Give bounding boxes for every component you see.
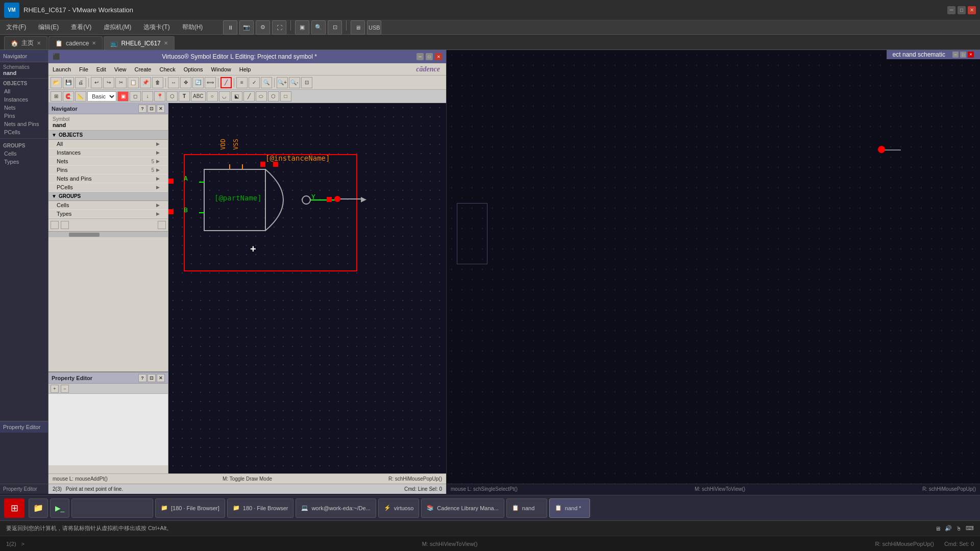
nav-hscrollbar[interactable] (48, 231, 168, 237)
nav-expand-all-btn[interactable]: ⊡ (158, 221, 166, 229)
toolbar-line-btn[interactable]: ╱ (243, 91, 255, 102)
virt-menu-help[interactable]: Help (237, 65, 253, 73)
delete-btn[interactable]: 🗑 (152, 77, 163, 88)
toolbar-arc-btn[interactable]: ◡ (219, 91, 230, 102)
virt-menu-edit[interactable]: Edit (94, 65, 108, 73)
tab-home[interactable]: 🏠 主页 ✕ (4, 36, 47, 49)
close-button[interactable]: ✕ (968, 6, 976, 14)
schematic-canvas[interactable] (447, 50, 980, 494)
nav-groups-section[interactable]: ▼ GROUPS (48, 192, 168, 201)
nav-item-nets-and-pins[interactable]: Nets and Pins ▶ (48, 174, 168, 183)
usb-button[interactable]: USB (367, 20, 381, 35)
taskbar-nand[interactable]: 📋 nand (506, 498, 547, 518)
nav-hscroll-thumb[interactable] (69, 233, 100, 237)
virt-menu-create[interactable]: Create (132, 65, 153, 73)
zoom-out-btn[interactable]: 🔍- (289, 77, 300, 88)
grid-btn[interactable]: ⊞ (51, 91, 62, 102)
nav-objects-section[interactable]: ▼ OBJECTS (48, 131, 168, 140)
tab-cadence[interactable]: 📋 cadence ✕ (48, 36, 103, 49)
settings-button[interactable]: ⚙ (256, 20, 270, 35)
fit-button[interactable]: ▣ (295, 20, 309, 35)
nav-add-btn[interactable]: + (51, 221, 59, 229)
taskbar-filebrowser-bracketed[interactable]: 📁 [180 · File Browser] (155, 498, 225, 518)
cut-btn[interactable]: ✂ (115, 77, 127, 88)
nav-close-btn[interactable]: ✕ (157, 105, 165, 113)
paste-btn[interactable]: 📌 (140, 77, 151, 88)
toolbar-rect-btn[interactable]: □ (280, 91, 291, 102)
restore-button[interactable]: ⊡ (328, 20, 342, 35)
taskbar-terminal[interactable]: 💻 work@work-eda:~/De... (296, 498, 376, 518)
outer-nav-cells[interactable]: Cells (0, 149, 48, 158)
nav-item-pcells[interactable]: PCells ▶ (48, 183, 168, 192)
prop-settings-btn[interactable]: ⊡ (148, 374, 156, 382)
virt-minimize-btn[interactable]: ─ (416, 53, 424, 60)
print-btn[interactable]: 🖨 (75, 77, 86, 88)
property-btn[interactable]: ≡ (236, 77, 248, 88)
taskbar-nand-star[interactable]: 📋 nand * (549, 498, 590, 518)
tab-rhel[interactable]: 📺 RHEL6_IC617 ✕ (104, 36, 174, 49)
menu-edit[interactable]: 编辑(E) (36, 22, 61, 33)
quick-launch-bar[interactable] (71, 498, 153, 518)
save-btn[interactable]: 💾 (63, 77, 74, 88)
nav-remove-btn[interactable]: − (61, 221, 69, 229)
redo-btn[interactable]: ↪ (103, 77, 114, 88)
nav-item-all[interactable]: All ▶ (48, 140, 168, 148)
prop-add-btn[interactable]: + (51, 385, 59, 393)
nav-item-cells[interactable]: Cells ▶ (48, 201, 168, 210)
outer-nav-nets-and-pins[interactable]: Nets and Pins (0, 120, 48, 128)
minimize-button[interactable]: ─ (947, 6, 955, 14)
toolbar-pin-btn[interactable]: ↓ (142, 91, 153, 102)
rotate-btn[interactable]: 🔄 (192, 77, 204, 88)
taskbar-library-manager[interactable]: 📚 Cadence Library Mana... (421, 498, 504, 518)
stretch-btn[interactable]: ↔ (168, 77, 179, 88)
taskbar-filebrowser[interactable]: 📁 180 · File Browser (227, 498, 294, 518)
virt-menu-options[interactable]: Options (182, 65, 205, 73)
outer-nav-types[interactable]: Types (0, 158, 48, 166)
sch-maximize-btn[interactable]: □ (960, 52, 966, 58)
toolbar-shape1-btn[interactable]: ⬕ (231, 91, 242, 102)
tab-rhel-close-icon[interactable]: ✕ (164, 40, 168, 46)
nav-item-types[interactable]: Types ▶ (48, 210, 168, 218)
move-btn[interactable]: ✥ (180, 77, 191, 88)
toolbar-ellipse-btn[interactable]: ⬭ (256, 91, 267, 102)
mirror-btn[interactable]: ⟺ (205, 77, 216, 88)
ruler-btn[interactable]: 📐 (75, 91, 86, 102)
menu-help[interactable]: 帮助(H) (180, 22, 205, 33)
prop-help-btn[interactable]: ? (138, 374, 146, 382)
outer-nav-pcells[interactable]: PCells (0, 128, 48, 136)
virt-maximize-btn[interactable]: □ (426, 53, 433, 60)
outer-nav-all[interactable]: All (0, 87, 48, 95)
layer-dropdown[interactable]: Basic (87, 91, 116, 102)
maximize-button[interactable]: □ (958, 6, 966, 14)
find-btn[interactable]: 🔍 (261, 77, 272, 88)
toolbar-flag-btn[interactable]: ▣ (117, 91, 129, 102)
outer-nav-nets[interactable]: Nets (0, 104, 48, 112)
toolbar-label-btn[interactable]: ABC (191, 91, 206, 102)
prop-remove-btn[interactable]: − (61, 385, 69, 393)
virt-menu-file[interactable]: File (77, 65, 90, 73)
start-button[interactable]: ⊞ (4, 498, 24, 518)
screenshot-button[interactable]: 📷 (239, 20, 254, 35)
terminal-button[interactable]: ▶_ (50, 498, 69, 518)
tab-close-icon[interactable]: ✕ (37, 40, 41, 46)
undo-btn[interactable]: ↩ (91, 77, 102, 88)
pause-button[interactable]: ⏸ (223, 20, 237, 35)
outer-nav-pins[interactable]: Pins (0, 112, 48, 120)
zoom-button[interactable]: 🔍 (311, 20, 326, 35)
prop-close-btn[interactable]: ✕ (157, 374, 165, 382)
menu-tabs[interactable]: 选项卡(T) (141, 22, 172, 33)
toolbar-instance-btn[interactable]: ⬡ (166, 91, 178, 102)
menu-file[interactable]: 文件(F) (4, 22, 28, 33)
sch-minimize-btn[interactable]: ─ (952, 52, 959, 58)
snap-btn[interactable]: 🧲 (63, 91, 74, 102)
nav-item-pins[interactable]: Pins 5 ▶ (48, 166, 168, 174)
outer-nav-instances[interactable]: Instances (0, 95, 48, 104)
menu-vm[interactable]: 虚拟机(M) (102, 22, 133, 33)
nav-item-instances[interactable]: Instances ▶ (48, 148, 168, 157)
virt-menu-check[interactable]: Check (157, 65, 177, 73)
files-button[interactable]: 📁 (29, 498, 48, 518)
monitor-button[interactable]: 🖥 (351, 20, 365, 35)
tab-cadence-close-icon[interactable]: ✕ (92, 40, 96, 46)
nav-item-nets[interactable]: Nets 5 ▶ (48, 157, 168, 166)
nav-help-btn[interactable]: ? (138, 105, 146, 113)
